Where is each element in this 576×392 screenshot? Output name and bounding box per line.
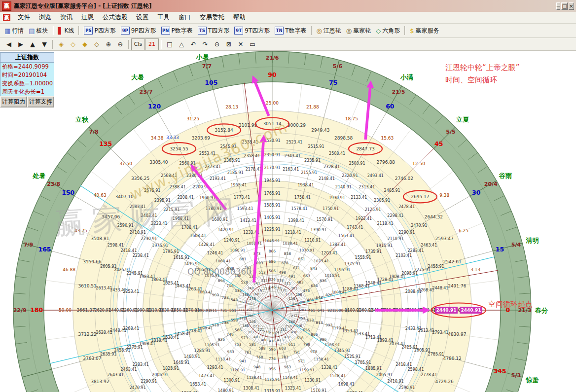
wheel-number: 476: [303, 288, 310, 293]
wheel-number: 3152.84: [215, 128, 233, 133]
wheel-number: 138: [275, 286, 281, 290]
wheel-number: 2410.91: [388, 379, 404, 384]
percent-label: 40.63: [94, 193, 107, 198]
drawbar-button-delete-box[interactable]: ⊠: [223, 39, 235, 49]
toolbar-button-9p-square[interactable]: 9P9P四方形: [118, 26, 159, 36]
wheel-number: 2485.91: [384, 188, 400, 193]
wheel-number: 1600.91: [212, 217, 228, 222]
wheel-number: 2320.91: [342, 174, 358, 178]
toolbar-button-9t-square[interactable]: 9T9T四方形: [232, 26, 272, 36]
wheel-number: 2163.41: [283, 167, 299, 172]
drawbar-button-diamond-1[interactable]: ◈: [55, 39, 67, 49]
percent-label: 34.38: [151, 136, 164, 141]
wheel-number: 2491.76: [448, 284, 466, 288]
wheel-number: 783: [281, 355, 288, 359]
wheel-number: 1113.41: [216, 357, 231, 361]
menu-item-5[interactable]: 设置: [132, 12, 153, 23]
toolbar-button-p-square[interactable]: PSP四方形: [81, 26, 118, 36]
menu-item-6[interactable]: 工具: [153, 12, 174, 23]
wheel-number: 273: [291, 314, 297, 318]
menu-item-0[interactable]: 文件: [13, 12, 35, 23]
drawbar-button-select-tool[interactable]: ▭: [247, 39, 258, 49]
menu-bar: 赢 文件浏览资讯江恩公式选股设置工具窗口交易委托帮助: [0, 12, 576, 24]
toolbar-button-t-square[interactable]: TST四方形: [195, 26, 232, 36]
toolbar-label-winner-service: 赢家服务: [415, 27, 439, 35]
minimize-button[interactable]: ─: [556, 2, 561, 10]
menu-item-7[interactable]: 窗口: [174, 12, 195, 23]
wheel-number: 1435.91: [184, 262, 200, 266]
wheel-number: 2343.41: [285, 154, 301, 158]
maximize-button[interactable]: □: [561, 2, 567, 10]
drawbar-button-diamond-3[interactable]: ◆: [79, 39, 91, 49]
wheel-number: 2005.91: [152, 373, 168, 377]
menu-item-8[interactable]: 交易委托: [195, 12, 229, 23]
drawbar-button-diamond-4[interactable]: ◇: [91, 39, 103, 49]
wheel-number: 1293.41: [207, 365, 223, 370]
toolbar-button-winner-wheel[interactable]: ◎赢家轮: [344, 26, 373, 36]
close-button[interactable]: ×: [569, 2, 574, 10]
toolbar-separator: [53, 26, 54, 35]
drawbar-button-circle-tool[interactable]: ⊙: [211, 39, 223, 49]
wheel-number: 3356.25: [131, 176, 149, 181]
panel-button-1[interactable]: 计算支撑: [27, 96, 54, 107]
drawbar-button-rotate-left[interactable]: ↶: [187, 39, 199, 49]
wheel-number: 176: [249, 297, 256, 301]
toolbar-button-gann-wheel[interactable]: ◎江恩轮: [314, 26, 344, 36]
highlight-value: 2440.91: [436, 308, 457, 313]
wheel-number: 2695.17: [411, 194, 429, 199]
percent-label: 9.38: [439, 193, 449, 198]
drawbar-button-forward[interactable]: ▶: [15, 39, 27, 49]
drawbar-button-rect-tool[interactable]: □: [164, 39, 176, 49]
drawbar-button-diamond-2[interactable]: ◇: [67, 39, 79, 49]
drawbar-separator: [128, 40, 129, 49]
drawbar-button-cls[interactable]: Cls: [131, 38, 145, 50]
wheel-number: 1090.91: [195, 308, 211, 313]
window-controls: ─□×: [555, 2, 574, 10]
p-square-icon: PS: [84, 27, 93, 35]
wheel-number: 1240.91: [224, 238, 240, 243]
gann-wheel-svg[interactable]: 3.136.259.3812.5015.6318.7521.8825.0028.…: [0, 51, 576, 392]
main-toolbar: ▦行情▤板块▋K线PSP四方形9P9P四方形PNP数字表TST四方形9T9T四方…: [0, 24, 576, 38]
toolbar-button-t-number-table[interactable]: TNT数字表: [272, 26, 309, 36]
wheel-number: 326: [269, 278, 276, 282]
rim-date-label: 22/9: [13, 307, 27, 314]
toolbar-button-hexagon[interactable]: ◇六角形: [373, 26, 402, 36]
drawbar-button-zoom-out[interactable]: ⊖: [114, 39, 126, 49]
drawbar-button-down[interactable]: ▼: [38, 39, 50, 49]
menu-item-1[interactable]: 浏览: [35, 12, 56, 23]
drawbar-button-zoom-in[interactable]: ⊕: [103, 39, 114, 49]
wheel-number: 2448.41: [432, 286, 448, 290]
toolbar-button-quotes[interactable]: ▦行情: [2, 26, 26, 36]
drawbar-button-rotate-right[interactable]: ↷: [199, 39, 211, 49]
menu-item-4[interactable]: 公式选股: [98, 12, 132, 23]
wheel-number: 506: [269, 269, 276, 273]
wheel-number: 2118.41: [377, 221, 394, 226]
drawbar-button-triangle-tool[interactable]: △: [176, 39, 187, 49]
wheel-number: 2553.41: [199, 151, 216, 156]
toolbar-button-p-number-table[interactable]: PNP数字表: [159, 26, 195, 36]
wheel-number: 618: [296, 336, 304, 340]
toolbar-button-sectors[interactable]: ▤板块: [26, 26, 50, 36]
toolbar-label-gann-wheel: 江恩轮: [324, 27, 341, 35]
wheel-number: 2290.91: [398, 230, 415, 235]
wheel-number: 588: [258, 346, 266, 351]
window-title: 赢家江恩专业版[赢家服务平台] - [上证指数 江恩轮]: [14, 2, 555, 10]
drawbar-button-angle-21[interactable]: 21: [145, 38, 159, 50]
toolbar-button-winner-service[interactable]: $赢家服务: [407, 26, 441, 36]
menu-item-3[interactable]: 江恩: [77, 12, 98, 23]
menu-item-2[interactable]: 资讯: [56, 12, 77, 23]
percent-label: 18.75: [345, 116, 358, 121]
menu-item-9[interactable]: 帮助: [229, 12, 250, 23]
wheel-number: 2313.41: [359, 185, 375, 189]
wheel-number: 881: [239, 257, 247, 261]
panel-button-0[interactable]: 计算阻力: [0, 96, 27, 107]
drawbar-button-back[interactable]: ◀: [3, 39, 15, 49]
toolbar-button-kline[interactable]: ▋K线: [56, 26, 77, 36]
gann-wheel-chart[interactable]: 3.136.259.3812.5015.6318.7521.8825.0028.…: [0, 51, 576, 392]
wheel-number: 2949.43: [311, 128, 329, 133]
drawbar-button-erase-tool[interactable]: ✕: [235, 39, 247, 49]
drawbar-button-up[interactable]: ▲: [27, 39, 38, 49]
wheel-number: 761: [244, 350, 252, 355]
wheel-number: 168: [253, 292, 259, 296]
toolbar-separator: [311, 26, 312, 35]
